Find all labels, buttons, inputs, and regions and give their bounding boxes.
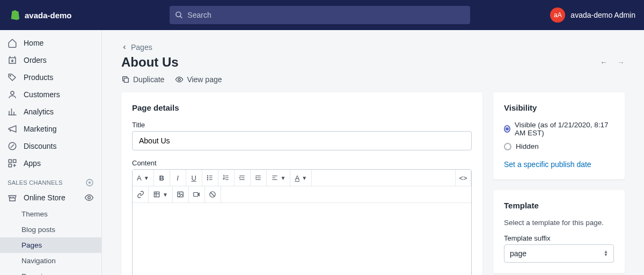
sidebar-sub-domains[interactable]: Domains [0,269,101,275]
bullet-list-icon [206,174,214,182]
svg-point-9 [88,197,91,199]
image-button[interactable] [173,186,189,202]
sidebar-sub-themes[interactable]: Themes [0,206,101,222]
align-button[interactable]: ▼ [267,170,291,186]
number-list-icon [222,174,230,182]
select-value: page [510,249,526,258]
template-help: Select a template for this page. [504,219,614,227]
color-button[interactable]: A▼ [290,170,312,186]
svg-point-2 [10,75,11,76]
add-channel-icon[interactable] [85,178,94,187]
sidebar-item-discounts[interactable]: Discounts [0,138,101,155]
svg-rect-31 [154,192,159,197]
page-nav-arrows: ← → [600,58,625,67]
sidebar-item-online-store[interactable]: Online Store [0,189,101,206]
products-icon [8,73,17,82]
store-logo[interactable]: avada-demo [9,9,170,21]
shopify-icon [9,9,20,21]
underline-button[interactable]: U [186,170,202,186]
view-page-button[interactable]: View page [175,75,222,84]
sidebar-item-marketing[interactable]: Marketing [0,120,101,138]
font-label: A [137,174,142,182]
outdent-button[interactable] [235,170,251,186]
radio-label: Hidden [516,142,539,150]
sidebar-label: Discounts [24,142,56,150]
duplicate-icon [121,75,130,84]
sidebar-item-analytics[interactable]: Analytics [0,103,101,120]
number-list-button[interactable] [218,170,235,186]
back-button[interactable]: Pages [121,43,625,52]
image-icon [177,191,184,198]
analytics-icon [8,107,17,117]
sidebar-sub-pages[interactable]: Pages [0,237,101,253]
search-field[interactable] [187,11,465,19]
avatar: aA [550,8,565,23]
content-label: Content [132,159,472,167]
sidebar-label: Domains [21,272,50,275]
main-content: Pages About Us ← → Duplicate View page [102,30,644,275]
visibility-hidden-radio[interactable]: Hidden [504,142,614,150]
sidebar-item-apps[interactable]: Apps [0,155,101,172]
align-icon [271,174,279,182]
bullet-list-button[interactable] [202,170,218,186]
html-button[interactable]: <> [455,170,471,186]
template-select[interactable]: page ▲▼ [504,244,614,263]
italic-button[interactable]: I [170,170,186,186]
page-details-card: Page details Title Content A▼ B I U [121,92,482,275]
sales-channels-header: SALES CHANNELS [0,172,101,189]
radio-label: Visible (as of 1/21/2020, 8:17 AM EST) [515,121,614,137]
svg-line-39 [211,193,215,197]
svg-point-12 [178,78,180,81]
title-input[interactable] [132,131,472,150]
sidebar-item-products[interactable]: Products [0,69,101,86]
video-button[interactable] [189,186,205,202]
eye-icon[interactable] [84,193,94,202]
duplicate-button[interactable]: Duplicate [121,75,164,84]
next-page-button[interactable]: → [617,58,625,67]
sidebar-item-orders[interactable]: Orders [0,52,101,69]
user-menu[interactable]: aA avada-demo Admin [550,8,635,23]
action-label: View page [187,75,222,84]
sidebar-label: Navigation [21,257,56,265]
clear-format-button[interactable] [205,186,221,202]
sidebar-item-customers[interactable]: Customers [0,86,101,103]
video-icon [193,191,200,198]
template-suffix-label: Template suffix [504,234,614,242]
svg-point-15 [207,179,208,180]
sidebar-label: Apps [24,159,41,168]
svg-point-14 [207,177,208,178]
bold-button[interactable]: B [154,170,170,186]
indent-button[interactable] [251,170,267,186]
search-input[interactable] [170,6,470,24]
card-title: Page details [132,103,472,112]
action-label: Duplicate [133,75,164,84]
svg-rect-36 [194,193,198,197]
marketing-icon [8,124,17,134]
editor-textarea[interactable] [133,203,471,275]
outdent-icon [238,174,246,182]
prev-page-button[interactable]: ← [600,58,608,67]
sidebar-label: Themes [21,210,48,218]
indent-icon [254,174,262,182]
svg-rect-5 [9,160,11,162]
link-button[interactable] [133,186,149,202]
sidebar-item-home[interactable]: Home [0,34,101,52]
customers-icon [8,90,17,99]
svg-point-3 [11,91,14,95]
sidebar-label: Analytics [24,107,54,116]
sidebar-sub-navigation[interactable]: Navigation [0,253,101,269]
back-label: Pages [131,43,152,52]
title-label: Title [132,121,472,129]
sidebar-sub-blog-posts[interactable]: Blog posts [0,222,101,237]
orders-icon [8,55,17,65]
font-style-button[interactable]: A▼ [133,170,154,186]
search-icon [175,11,183,19]
table-button[interactable]: ▼ [149,186,173,202]
visibility-visible-radio[interactable]: Visible (as of 1/21/2020, 8:17 AM EST) [504,121,614,137]
sidebar-label: Pages [21,241,42,249]
content-editor: A▼ B I U ▼ A▼ [132,169,472,275]
select-arrows-icon: ▲▼ [604,250,608,257]
card-title: Visibility [504,103,614,112]
user-label: avada-demo Admin [570,11,635,19]
publish-date-link[interactable]: Set a specific publish date [504,160,591,169]
